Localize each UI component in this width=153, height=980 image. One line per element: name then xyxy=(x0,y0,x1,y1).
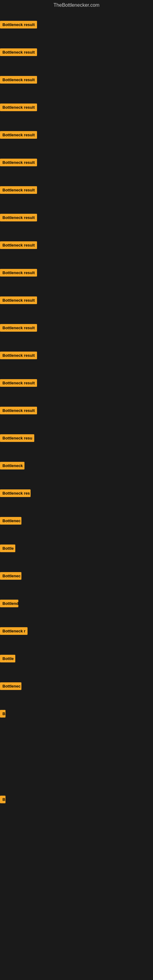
bottleneck-badge: Bottleneck r xyxy=(0,627,27,635)
bottleneck-badge: Bottleneck result xyxy=(0,76,37,84)
bottleneck-result-item-22: Bottlend xyxy=(0,600,18,609)
bottleneck-badge: Bottleneck xyxy=(0,462,24,469)
bottleneck-badge: Bottleneck result xyxy=(0,352,37,359)
bottleneck-badge: Bottle xyxy=(0,544,15,552)
bottleneck-result-item-19: Bottlenec xyxy=(0,517,21,526)
bottleneck-badge: Bottleneck result xyxy=(0,214,37,221)
bottleneck-result-item-16: Bottleneck resu xyxy=(0,434,34,443)
bottleneck-result-item-14: Bottleneck result xyxy=(0,379,37,388)
bottleneck-result-item-11: Bottleneck result xyxy=(0,296,37,305)
bottleneck-badge: Bottleneck result xyxy=(0,103,37,111)
bottleneck-result-item-8: Bottleneck result xyxy=(0,214,37,223)
bottleneck-result-item-25: Bottlenec xyxy=(0,682,21,691)
bottleneck-badge: Bottleneck result xyxy=(0,407,37,414)
bottleneck-badge: Bottleneck result xyxy=(0,324,37,332)
bottleneck-result-item-6: Bottleneck result xyxy=(0,159,37,167)
bottleneck-result-item-7: Bottleneck result xyxy=(0,186,37,195)
bottleneck-badge: Bottleneck result xyxy=(0,186,37,194)
bottleneck-badge: Bottlend xyxy=(0,600,18,607)
bottleneck-badge: Bottleneck result xyxy=(0,48,37,56)
bottleneck-badge: Bottleneck result xyxy=(0,269,37,277)
bottleneck-badge: B xyxy=(0,795,5,803)
bottleneck-result-item-27: B xyxy=(0,795,5,805)
bottleneck-result-item-10: Bottleneck result xyxy=(0,269,37,278)
bottleneck-result-item-24: Bottle xyxy=(0,655,15,663)
bottleneck-result-item-26: B xyxy=(0,710,5,719)
bottleneck-badge: Bottleneck res xyxy=(0,489,30,497)
bottleneck-result-item-13: Bottleneck result xyxy=(0,352,37,360)
bottleneck-result-item-18: Bottleneck res xyxy=(0,489,30,498)
bottleneck-badge: Bottleneck resu xyxy=(0,434,34,442)
bottleneck-badge: Bottleneck result xyxy=(0,21,37,29)
bottleneck-badge: Bottleneck result xyxy=(0,296,37,304)
site-title: TheBottlenecker.com xyxy=(0,0,153,12)
bottleneck-result-item-3: Bottleneck result xyxy=(0,76,37,85)
bottleneck-result-item-17: Bottleneck xyxy=(0,462,24,471)
bottleneck-result-item-23: Bottleneck r xyxy=(0,627,27,636)
bottleneck-badge: Bottleneck result xyxy=(0,131,37,139)
bottleneck-badge: Bottleneck result xyxy=(0,159,37,166)
bottleneck-badge: Bottleneck result xyxy=(0,379,37,387)
bottleneck-badge: Bottlenec xyxy=(0,682,21,690)
bottleneck-result-item-20: Bottle xyxy=(0,544,15,554)
bottleneck-result-item-5: Bottleneck result xyxy=(0,131,37,140)
bottleneck-result-item-9: Bottleneck result xyxy=(0,241,37,250)
bottleneck-badge: Bottlenec xyxy=(0,572,21,580)
bottleneck-result-item-1: Bottleneck result xyxy=(0,21,37,30)
bottleneck-result-item-12: Bottleneck result xyxy=(0,324,37,333)
bottleneck-result-item-21: Bottlenec xyxy=(0,572,21,581)
bottleneck-result-item-15: Bottleneck result xyxy=(0,407,37,415)
bottleneck-badge: B xyxy=(0,710,5,718)
bottleneck-badge: Bottleneck result xyxy=(0,241,37,249)
bottleneck-result-item-2: Bottleneck result xyxy=(0,48,37,57)
bottleneck-badge: Bottlenec xyxy=(0,517,21,525)
bottleneck-badge: Bottle xyxy=(0,655,15,662)
bottleneck-result-item-4: Bottleneck result xyxy=(0,103,37,112)
